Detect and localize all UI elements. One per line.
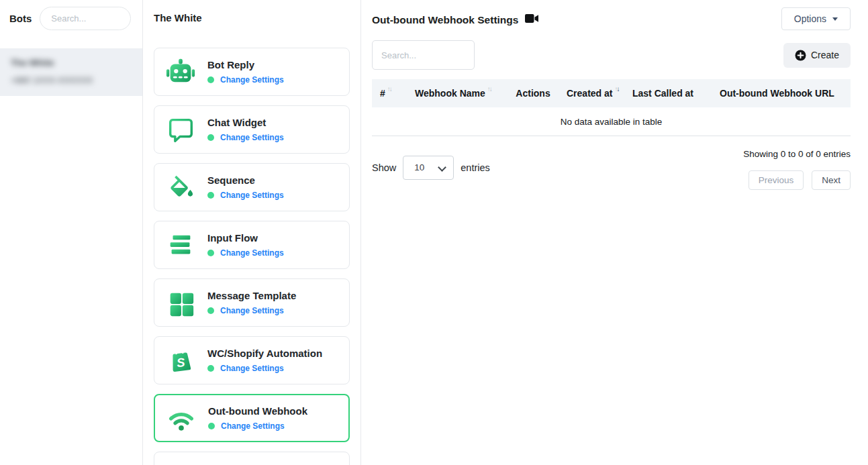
page-title: Out-bound Webhook Settings <box>372 14 518 26</box>
menu-card-label: Chat Widget <box>207 117 284 128</box>
bot-phone-redacted: +880 1XXX-XXXXXX <box>11 75 93 85</box>
menu-card-outbound-webhook[interactable]: Out-bound Webhook Change Settings <box>154 394 350 442</box>
next-page-button[interactable]: Next <box>812 170 851 190</box>
caret-down-icon <box>832 17 838 21</box>
menu-card-label: Bot Reply <box>207 59 284 70</box>
sort-icon: ↑↓ <box>387 85 391 93</box>
app-window: Bots The White +880 1XXX-XXXXXX The Whit… <box>0 0 868 465</box>
status-dot-icon <box>207 250 214 256</box>
menu-card-label: Message Template <box>207 290 296 301</box>
entries-summary: Showing 0 to 0 of 0 entries <box>743 149 851 159</box>
grid-icon <box>165 287 196 318</box>
menu-card-bot-reply[interactable]: Bot Reply Change Settings <box>154 48 350 96</box>
change-settings-link[interactable]: Change Settings <box>220 191 284 200</box>
bots-header: Bots <box>0 0 142 37</box>
webhook-search-input[interactable] <box>372 40 475 70</box>
video-camera-icon <box>525 13 539 26</box>
menu-card-label: Input Flow <box>207 232 284 244</box>
bars-icon <box>165 229 196 260</box>
menu-card-label: Sequence <box>207 174 284 186</box>
column-header-last-called-at: Last Called at <box>624 79 712 107</box>
sort-icon-active: ↑↓ <box>614 85 618 93</box>
change-settings-link[interactable]: Change Settings <box>220 75 284 85</box>
chat-bubble-icon <box>165 114 196 145</box>
bot-settings-menu: The White Bot Reply <box>143 0 361 465</box>
svg-text:S: S <box>176 356 185 370</box>
page-size-select[interactable]: 10 <box>403 156 454 180</box>
menu-card-input-flow[interactable]: Input Flow Change Settings <box>154 221 350 269</box>
bot-list-item-selected[interactable]: The White +880 1XXX-XXXXXX <box>0 48 142 96</box>
menu-card-chat-widget[interactable]: Chat Widget Change Settings <box>154 105 350 154</box>
page-size-select-wrap: 10 <box>403 156 454 180</box>
outbound-webhook-settings-panel: Out-bound Webhook Settings Options <box>361 0 868 465</box>
change-settings-link[interactable]: Change Settings <box>220 306 284 315</box>
bot-menu-title: The White <box>154 12 350 23</box>
menu-card-label: Out-bound Webhook <box>208 405 307 417</box>
entries-label: entries <box>461 162 490 173</box>
previous-page-button[interactable]: Previous <box>749 170 804 190</box>
bots-sidebar: Bots The White +880 1XXX-XXXXXX <box>0 0 143 465</box>
change-settings-link[interactable]: Change Settings <box>220 133 284 142</box>
column-header-outbound-url: Out-bound Webhook URL <box>712 79 851 107</box>
create-button-label: Create <box>811 50 839 60</box>
status-dot-icon <box>207 365 214 372</box>
status-dot-icon <box>207 307 214 314</box>
create-button[interactable]: Create <box>783 43 851 68</box>
table-empty-message: No data available in table <box>372 107 851 136</box>
menu-card-label: WC/Shopify Automation <box>207 348 322 359</box>
change-settings-link[interactable]: Change Settings <box>220 248 284 258</box>
status-dot-icon <box>207 192 214 199</box>
webhooks-table-header: #↑↓ Webhook Name↑↓ Actions Created at↑↓ … <box>372 79 851 107</box>
plus-circle-icon <box>795 50 806 61</box>
bots-search-input[interactable] <box>40 7 131 30</box>
change-settings-link[interactable]: Change Settings <box>220 364 284 373</box>
status-dot-icon <box>207 134 214 141</box>
wifi-icon <box>166 403 197 433</box>
menu-card-partial[interactable] <box>154 452 350 465</box>
status-dot-icon <box>208 423 215 429</box>
bot-name-redacted: The White <box>11 58 54 68</box>
show-label: Show <box>372 162 396 173</box>
menu-card-shopify-automation[interactable]: S WC/Shopify Automation Change Settings <box>154 336 350 384</box>
menu-card-sequence[interactable]: Sequence Change Settings <box>154 163 350 211</box>
webhooks-table: #↑↓ Webhook Name↑↓ Actions Created at↑↓ … <box>372 79 851 136</box>
status-dot-icon <box>207 76 214 83</box>
column-header-created-at[interactable]: Created at↑↓ <box>559 79 624 107</box>
change-settings-link[interactable]: Change Settings <box>221 421 285 431</box>
robot-icon <box>165 56 196 87</box>
paint-bucket-icon <box>165 172 196 203</box>
column-header-index[interactable]: #↑↓ <box>372 79 407 107</box>
column-header-webhook-name[interactable]: Webhook Name↑↓ <box>407 79 508 107</box>
options-button-label: Options <box>794 13 826 24</box>
sort-icon: ↑↓ <box>487 85 491 93</box>
shopify-bag-icon: S <box>165 345 196 376</box>
options-button[interactable]: Options <box>781 7 851 30</box>
column-header-actions: Actions <box>508 79 559 107</box>
bots-panel-title: Bots <box>9 13 32 24</box>
menu-card-message-template[interactable]: Message Template Change Settings <box>154 278 350 327</box>
